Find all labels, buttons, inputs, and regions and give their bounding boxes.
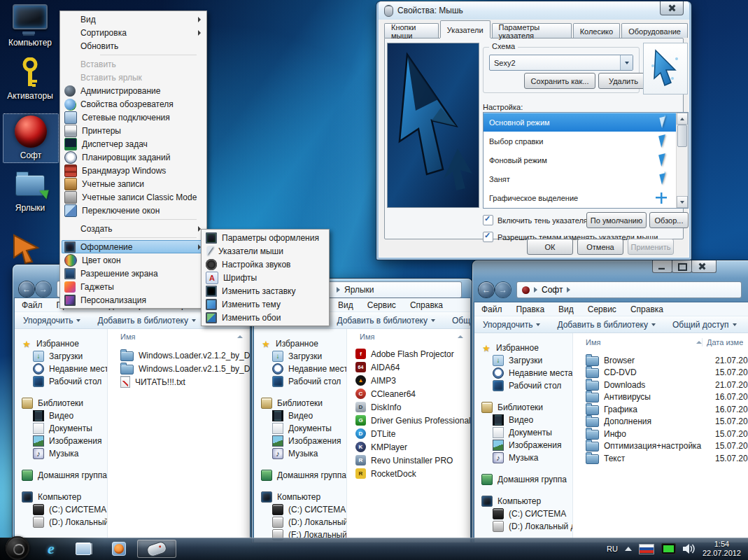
minimize-button[interactable] [652,260,672,273]
tab[interactable]: Колесико [573,23,621,38]
file-row[interactable]: Графика 16.07.2012 [573,403,748,416]
sidebar-item[interactable]: Документы [254,422,346,435]
file-row[interactable]: D DiskInfo [347,400,470,414]
toolbar-button[interactable]: Упорядочить [23,316,80,326]
taskbar-button-media-player[interactable] [105,540,133,558]
context-menu-item[interactable]: Учетные записи [62,177,205,190]
taskbar-button-mouse-properties[interactable] [137,540,176,558]
browse-button[interactable]: Обзор... [649,212,689,228]
sidebar-item[interactable]: (C:) СИСТЕМА [474,507,572,520]
back-button[interactable]: ← [479,282,494,298]
context-menu-item[interactable]: Планировщик заданий [62,150,205,164]
menu-item[interactable]: Вид [338,300,353,310]
file-row[interactable]: Инфо 15.07.2012 [573,428,748,440]
delete-button[interactable]: Удалить [598,73,649,89]
sidebar-item[interactable]: Библиотеки [254,397,346,410]
sidebar-item[interactable]: ↓ Загрузки [15,350,107,363]
context-menu-item[interactable]: Обновить [62,39,205,52]
toolbar-button[interactable]: Упорядочить [483,320,540,330]
context-menu-item[interactable]: Вид [62,13,205,26]
context-menu-item[interactable]: Создать [62,222,205,235]
sidebar-item[interactable]: Документы [15,422,107,435]
checkbox-checked-icon[interactable] [483,215,493,225]
pointer-list-item[interactable]: Графическое выделение [484,188,688,207]
file-row[interactable]: Антивирусы 16.07.2012 [573,391,748,404]
clock[interactable]: 1:54 22.07.2012 [703,540,741,558]
file-row[interactable]: Windows.Loader.v2.1.2_by_Daz [108,349,250,362]
sidebar-item[interactable]: Изображения [474,439,572,451]
scheme-combobox[interactable]: Sexy2 [489,55,633,71]
sidebar-item[interactable]: Библиотеки [474,401,572,414]
context-menu-item[interactable]: Разрешение экрана [62,267,205,280]
sidebar-item[interactable]: (C:) СИСТЕМА [15,503,107,516]
context-menu-item[interactable]: Переключение окон [62,204,205,217]
sidebar-item[interactable]: ♪ Музыка [474,451,572,464]
sidebar-item[interactable]: ♪ Музыка [15,447,107,460]
sidebar-item[interactable]: ★ Избранное [474,342,572,354]
sidebar-item[interactable]: Рабочий стол [15,375,107,388]
file-row[interactable]: R Revo Uninstaller PRO [347,454,470,467]
sidebar-item[interactable]: Компьютер [15,491,107,503]
sidebar-item[interactable]: Видео [15,410,107,422]
scroll-up-button[interactable] [677,113,688,125]
sidebar-item[interactable]: Недавние места [15,363,107,375]
sidebar-item[interactable]: Библиотеки [15,397,107,410]
toolbar-button[interactable]: Добавить в библиотеку [97,316,196,326]
menu-item[interactable]: Сервис [367,300,396,310]
sidebar-item[interactable]: Домашняя группа [474,473,572,486]
submenu-item[interactable]: Указатели мыши [203,244,327,258]
context-menu-item[interactable]: Вставить ярлык [62,71,205,84]
sidebar-item[interactable]: (C:) СИСТЕМА [254,503,346,516]
column-header-date[interactable]: Дата изменения [702,338,743,346]
context-menu-item[interactable]: Учетные записи Classic Mode [62,190,205,204]
sidebar-item[interactable]: Компьютер [254,491,346,503]
context-menu-item[interactable]: Гаджеты [62,280,205,293]
context-menu-item[interactable]: Брандмауэр Windows [62,164,205,177]
context-menu-item[interactable]: Принтеры [62,124,205,137]
sidebar-item[interactable]: (D:) Локальный диск [254,516,346,528]
taskbar-button-explorer[interactable] [69,540,97,558]
file-row[interactable]: CD-DVD 15.07.2012 [573,367,748,379]
file-row[interactable]: K KMPlayer [347,440,470,454]
context-menu-item[interactable]: Сортировка [62,26,205,39]
desktop-icon-shortcuts[interactable]: Ярлыки [3,169,57,213]
address-field[interactable]: Софт [516,281,742,298]
pointer-listbox[interactable]: Основной режим Выбор справки Фоновый реж… [483,112,689,209]
tab[interactable]: Указатели [440,20,491,38]
tab[interactable]: Параметры указателя [492,23,572,38]
context-menu-item[interactable]: Сетевые подключения [62,111,205,124]
pointer-list-item[interactable]: Выбор справки [484,132,688,150]
column-header-name[interactable]: Имя [586,338,600,346]
file-row[interactable]: Downloads 21.07.2012 [573,379,748,391]
pointer-list-item[interactable]: Основной режим [484,113,688,132]
file-row[interactable]: Browser 21.07.2012 [573,354,748,367]
menu-item[interactable]: Справка [410,300,443,310]
submenu-item[interactable]: Настройка звуков [203,258,327,271]
sidebar-item[interactable]: Рабочий стол [254,375,346,388]
desktop-icon-soft[interactable]: Софт [3,113,59,163]
sidebar-item[interactable]: Изображения [254,435,346,447]
toolbar-button[interactable]: Общий доступ [452,316,470,326]
desktop-icon-activators[interactable]: Активаторы [3,57,57,101]
file-row[interactable]: Дополнения 15.07.2012 [573,416,748,428]
taskbar-button-ie[interactable]: e [37,540,65,558]
menu-item[interactable]: Вид [558,304,574,314]
file-row[interactable]: ▲ AIMP3 [347,374,470,387]
tab[interactable]: Оборудование [621,23,688,38]
breadcrumb[interactable]: Софт [542,285,563,295]
file-row[interactable]: D DTLite [347,427,470,440]
sidebar-item[interactable]: Компьютер [474,495,572,507]
scrollbar-thumb[interactable] [677,125,687,147]
submenu-item[interactable]: Изменить тему [203,298,327,311]
file-row[interactable]: Windows.Loader.v2.1.5_by_Daz [108,362,250,375]
back-button[interactable]: ← [19,281,34,297]
ok-button[interactable]: ОК [527,239,573,255]
maximize-button[interactable] [672,260,692,273]
language-indicator[interactable]: RU [607,545,618,553]
context-menu-item[interactable]: Персонализация [62,293,205,307]
close-button[interactable] [660,1,684,15]
menu-item[interactable]: Правка [516,304,545,314]
file-row[interactable]: f Adobe Flash Projector [347,347,470,360]
sidebar-item[interactable]: Видео [474,414,572,426]
context-menu-item[interactable]: Вставить [62,57,205,71]
